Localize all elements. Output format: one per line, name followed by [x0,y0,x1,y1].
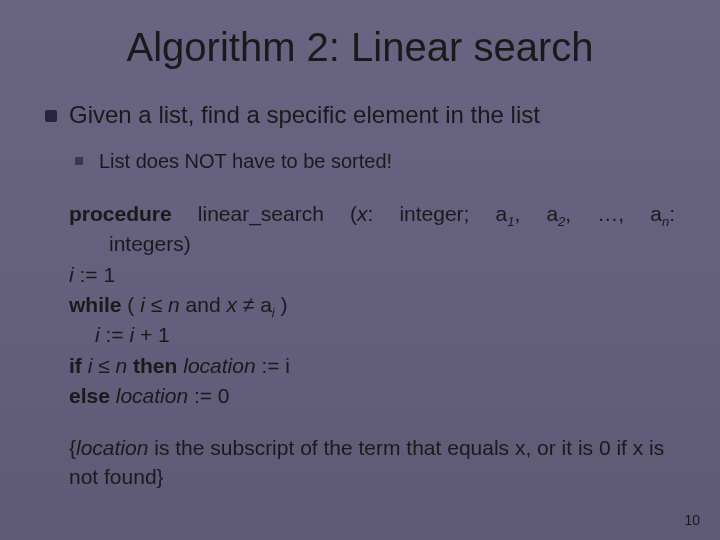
kw-else: else [69,384,110,407]
procedure-line-1: procedure linear_search (x: integer; a1,… [69,200,675,228]
increment-line: i := i + 1 [69,321,675,349]
init-rest: := 1 [74,263,115,286]
proc-dots: , …, a [565,202,662,225]
slide-title: Algorithm 2: Linear search [45,25,675,70]
footer-rest: is the subscript of the term that equals… [69,436,664,487]
while-n: n [168,293,180,316]
spacer [69,412,675,434]
then-rest: := i [256,354,290,377]
while-ne: ≠ a [237,293,272,316]
kw-while: while [69,293,122,316]
then-loc: location [177,354,255,377]
page-number: 10 [684,512,700,528]
if-le: ≤ [92,354,115,377]
kw-if: if [69,354,82,377]
if-i: i [82,354,93,377]
while-le: ≤ [145,293,168,316]
proc-x: x [357,202,368,225]
proc-end: : [669,202,675,225]
if-line: if i ≤ n then location := i [69,352,675,380]
inc-assign: := [100,323,130,346]
else-loc: location [110,384,188,407]
sub-bullet: List does NOT have to be sorted! [45,148,675,174]
proc-name: linear_search ( [172,202,357,225]
else-rest: := 0 [188,384,229,407]
footer-open: { [69,436,76,459]
slide: Algorithm 2: Linear search Given a list,… [0,0,720,540]
inc-plus: + 1 [134,323,170,346]
kw-procedure: procedure [69,202,172,225]
proc-comma1: , a [514,202,558,225]
main-bullet: Given a list, find a specific element in… [45,100,675,130]
pseudocode-block: procedure linear_search (x: integer; a1,… [45,200,675,491]
if-n: n [116,354,134,377]
footer-loc: location [76,436,148,459]
while-close: ) [275,293,288,316]
else-line: else location := 0 [69,382,675,410]
procedure-line-2: integers) [69,230,675,258]
while-open: ( [122,293,141,316]
kw-then: then [133,354,177,377]
while-x: x [226,293,237,316]
while-line: while ( i ≤ n and x ≠ ai ) [69,291,675,319]
while-and: and [180,293,227,316]
footer-line-1: {location is the subscript of the term t… [69,434,675,491]
init-line: i := 1 [69,261,675,289]
proc-int1: : integer; a [367,202,507,225]
